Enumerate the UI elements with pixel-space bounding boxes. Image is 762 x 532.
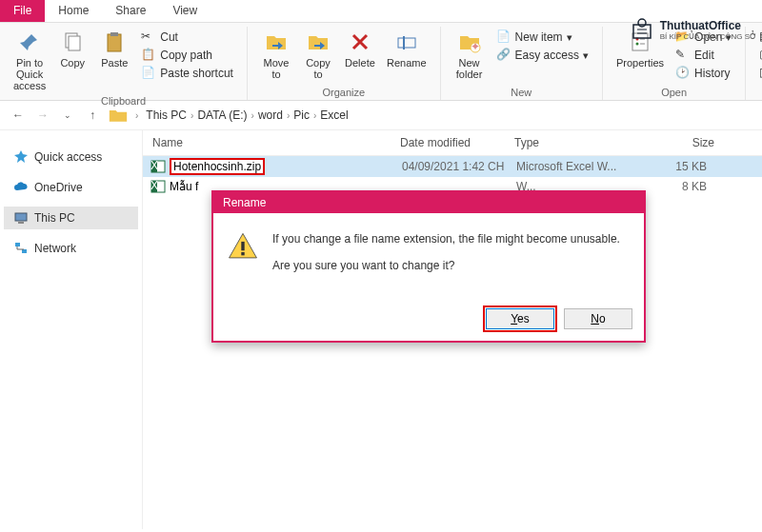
- dialog-text: If you change a file name extension, the…: [272, 230, 620, 284]
- new-item-icon: 📄: [496, 30, 511, 45]
- sidebar-item-network[interactable]: Network: [4, 237, 138, 260]
- copy-to-button[interactable]: Copy to: [297, 27, 339, 82]
- select-all-button[interactable]: ▦Select all: [757, 29, 762, 46]
- pin-icon: [16, 29, 43, 55]
- svg-rect-16: [22, 249, 27, 253]
- breadcrumb: This PC› DATA (E:)› word› Pic› Excel: [146, 108, 348, 122]
- copy-path-button[interactable]: 📋Copy path: [139, 47, 235, 64]
- excel-icon: X: [150, 159, 166, 174]
- sidebar: Quick access OneDrive This PC Network: [0, 130, 143, 529]
- rename-dialog: Rename If you change a file name extensi…: [211, 190, 646, 343]
- rename-icon: [393, 29, 420, 55]
- svg-rect-24: [241, 252, 244, 255]
- breadcrumb-item[interactable]: DATA (E:): [197, 108, 247, 122]
- back-button[interactable]: ←: [10, 107, 27, 124]
- copy-button[interactable]: Copy: [51, 27, 93, 70]
- tab-file[interactable]: File: [0, 0, 45, 22]
- file-date: 04/09/2021 1:42 CH: [402, 160, 516, 173]
- sidebar-item-this-pc[interactable]: This PC: [4, 207, 138, 229]
- svg-rect-13: [15, 213, 27, 221]
- file-type: Microsoft Excel W...: [516, 160, 640, 173]
- no-button[interactable]: No: [564, 308, 632, 329]
- easy-access-icon: 🔗: [496, 48, 511, 63]
- tab-home[interactable]: Home: [45, 0, 102, 22]
- file-size: 8 KB: [640, 180, 716, 193]
- dialog-title: Rename: [213, 192, 644, 213]
- svg-rect-1: [69, 36, 80, 50]
- svg-rect-4: [398, 38, 415, 48]
- breadcrumb-item[interactable]: Pic: [293, 108, 310, 122]
- svg-rect-14: [18, 222, 24, 224]
- no-label: o: [599, 312, 606, 325]
- warning-icon: [227, 230, 259, 263]
- col-type[interactable]: Type: [514, 136, 638, 149]
- svg-text:X: X: [150, 179, 158, 192]
- sidebar-item-quick-access[interactable]: Quick access: [4, 146, 138, 168]
- edit-button[interactable]: ✎Edit: [673, 47, 733, 64]
- paste-button[interactable]: Paste: [93, 27, 135, 70]
- star-icon: [13, 149, 29, 165]
- folder-icon: [109, 107, 128, 124]
- yes-button[interactable]: Yes: [486, 308, 554, 329]
- pin-quick-access-button[interactable]: Pin to Quick access: [8, 27, 51, 93]
- watermark: ThuthuatOffice BÍ KÍP CỦA DÂN CÔNG SỞ: [628, 15, 756, 44]
- ribbon-label-new: New: [511, 85, 531, 100]
- cut-button[interactable]: ✂Cut: [139, 29, 235, 46]
- pc-icon: [13, 210, 29, 226]
- paste-shortcut-button[interactable]: 📄Paste shortcut: [139, 65, 235, 82]
- ribbon-label-open: Open: [661, 85, 687, 100]
- edit-icon: ✎: [675, 48, 691, 63]
- svg-point-26: [638, 19, 646, 27]
- breadcrumb-item[interactable]: word: [258, 108, 283, 122]
- move-to-icon: [263, 29, 290, 55]
- move-to-button[interactable]: Move to: [255, 27, 297, 82]
- sidebar-item-onedrive[interactable]: OneDrive: [4, 176, 138, 199]
- recent-locations-button[interactable]: ⌄: [59, 107, 76, 124]
- col-name[interactable]: Name: [143, 136, 400, 149]
- svg-rect-23: [241, 242, 244, 250]
- history-icon: 🕑: [675, 66, 691, 81]
- tab-share[interactable]: Share: [102, 0, 159, 22]
- ribbon-label-organize: Organize: [322, 85, 365, 100]
- svg-text:X: X: [150, 159, 158, 172]
- forward-button[interactable]: →: [34, 107, 51, 124]
- new-folder-icon: ✦: [456, 29, 483, 55]
- copy-to-icon: [305, 29, 331, 55]
- rename-button[interactable]: Rename: [381, 27, 432, 70]
- up-button[interactable]: ↑: [84, 107, 101, 124]
- tab-view[interactable]: View: [159, 0, 211, 22]
- select-none-button[interactable]: ▢Select none: [757, 47, 762, 64]
- cut-icon: ✂: [141, 30, 156, 45]
- new-item-button[interactable]: 📄New item ▾: [494, 29, 591, 46]
- delete-icon: [347, 29, 373, 55]
- copy-path-icon: 📋: [141, 48, 156, 63]
- ribbon-group-new: ✦ New folder 📄New item ▾ 🔗Easy access ▾ …: [441, 27, 603, 100]
- svg-rect-2: [108, 34, 121, 51]
- file-row[interactable]: X Hotenhocsinh.zip 04/09/2021 1:42 CH Mi…: [143, 156, 762, 177]
- col-size[interactable]: Size: [638, 136, 714, 149]
- svg-rect-3: [110, 32, 118, 36]
- ribbon-group-clipboard: Pin to Quick access Copy Paste ✂Cut 📋Cop…: [0, 27, 248, 100]
- excel-icon: X: [150, 179, 166, 194]
- delete-button[interactable]: Delete: [339, 27, 381, 70]
- yes-label: es: [517, 312, 530, 325]
- column-headers: Name Date modified Type Size: [143, 130, 762, 156]
- easy-access-button[interactable]: 🔗Easy access ▾: [494, 47, 591, 64]
- breadcrumb-item[interactable]: This PC: [146, 108, 187, 122]
- ribbon-group-organize: Move to Copy to Delete Rename Organize: [248, 27, 441, 100]
- copy-icon: [59, 29, 86, 55]
- watermark-icon: [628, 15, 656, 44]
- cloud-icon: [13, 180, 29, 195]
- invert-selection-button[interactable]: ◫Invert selection: [757, 65, 762, 82]
- svg-rect-15: [15, 243, 20, 246]
- file-size: 15 KB: [640, 160, 716, 173]
- paste-icon: [101, 29, 128, 55]
- network-icon: [13, 241, 29, 256]
- history-button[interactable]: 🕑History: [673, 65, 733, 82]
- breadcrumb-item[interactable]: Excel: [320, 108, 348, 122]
- paste-shortcut-icon: 📄: [141, 66, 156, 81]
- rename-input[interactable]: Hotenhocsinh.zip: [170, 158, 265, 175]
- svg-text:✦: ✦: [471, 40, 480, 53]
- new-folder-button[interactable]: ✦ New folder: [449, 27, 491, 82]
- col-date[interactable]: Date modified: [400, 136, 514, 149]
